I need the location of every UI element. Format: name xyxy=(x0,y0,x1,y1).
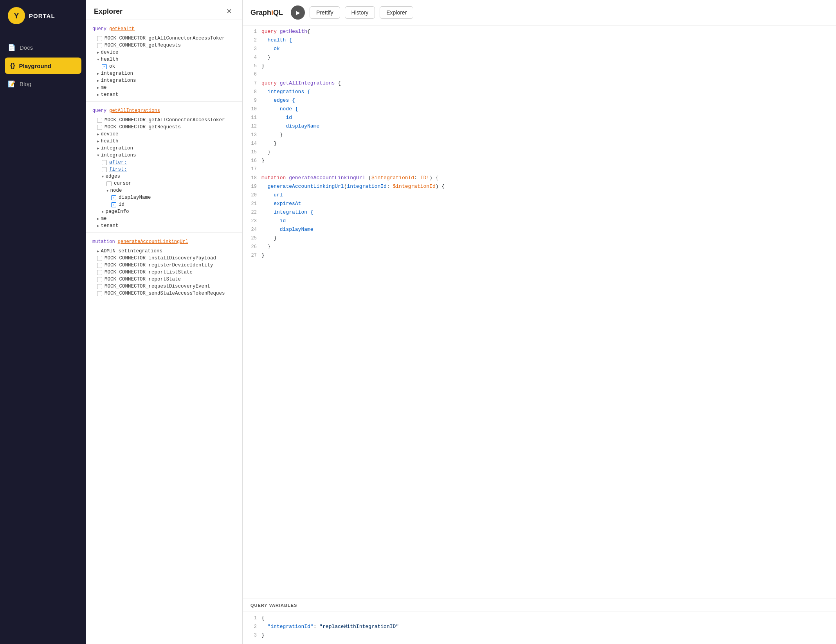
checkbox[interactable] xyxy=(97,118,102,123)
tree-item-admin[interactable]: ADMIN_setIntegrations xyxy=(86,248,242,255)
checkbox-id[interactable]: ✓ xyxy=(111,202,116,207)
tree-item[interactable]: MOCK_CONNECTOR_installDiscoveryPayload xyxy=(86,255,242,262)
graphiql-title: GraphiQL xyxy=(250,9,283,17)
query-keyword: query xyxy=(92,108,106,113)
checkbox[interactable] xyxy=(97,291,102,296)
code-line: 6 xyxy=(243,72,836,80)
tree-item-after[interactable]: after: xyxy=(86,159,242,166)
code-line: 5} xyxy=(243,63,836,72)
sidebar-item-docs[interactable]: 📄 Docs xyxy=(0,39,86,56)
mutation-name: generateAccountLinkingUrl xyxy=(118,239,188,245)
line-content: } xyxy=(261,235,836,241)
checkbox-first[interactable] xyxy=(102,167,107,172)
checkbox[interactable] xyxy=(97,263,102,268)
query-section-getallintegrations: query getAllIntegrations xyxy=(86,105,242,117)
checkbox[interactable] xyxy=(97,277,102,282)
tree-item[interactable]: MOCK_CONNECTOR_getRequests xyxy=(86,42,242,49)
tree-item-me-2[interactable]: me xyxy=(86,215,242,222)
query-keyword: query xyxy=(92,26,106,32)
line-content: edges { xyxy=(261,97,836,103)
query-name-getallintegrations: getAllIntegrations xyxy=(109,108,160,113)
tree-item-device[interactable]: device xyxy=(86,49,242,56)
line-number: 1 xyxy=(243,29,261,34)
tree-item[interactable]: device xyxy=(86,131,242,138)
arrow-icon xyxy=(97,93,99,97)
line-number: 7 xyxy=(243,81,261,86)
tree-item-tenant[interactable]: tenant xyxy=(86,91,242,98)
checkbox-ok[interactable]: ✓ xyxy=(102,64,107,69)
explorer-button[interactable]: Explorer xyxy=(380,6,413,19)
tree-item-integration[interactable]: integration xyxy=(86,70,242,77)
tree-item-displayname[interactable]: ✓ displayName xyxy=(86,194,242,201)
run-button[interactable]: ▶ xyxy=(291,5,305,20)
tree-item[interactable]: health xyxy=(86,138,242,145)
line-content: node { xyxy=(261,106,836,112)
checkbox-mock-connector-requests[interactable] xyxy=(97,43,102,48)
tree-item[interactable]: MOCK_CONNECTOR_reportState xyxy=(86,276,242,283)
line-number: 27 xyxy=(243,253,261,258)
tree-item-edges[interactable]: edges xyxy=(86,173,242,180)
tree-item[interactable]: MOCK_CONNECTOR_getAllConnectorAccessToke… xyxy=(86,35,242,42)
checkbox-displayname[interactable]: ✓ xyxy=(111,195,116,200)
line-number: 13 xyxy=(243,132,261,138)
query-section-gethealth: query getHealth xyxy=(86,23,242,35)
query-label-gethealth[interactable]: query getHealth xyxy=(92,26,236,32)
checkbox-cursor[interactable] xyxy=(106,181,112,186)
line-number: 3 xyxy=(243,633,261,638)
query-label-getallintegrations[interactable]: query getAllIntegrations xyxy=(92,108,236,113)
arrow-icon xyxy=(97,86,99,90)
line-content: ok xyxy=(261,46,836,52)
explorer-close-button[interactable]: ✕ xyxy=(224,6,234,16)
line-number: 12 xyxy=(243,124,261,129)
line-content: } xyxy=(261,252,836,258)
query-label-mutation[interactable]: mutation generateAccountLinkingUrl xyxy=(92,239,236,245)
tree-item[interactable]: integration xyxy=(86,145,242,152)
line-number: 19 xyxy=(243,184,261,189)
sidebar-item-playground[interactable]: {} Playground xyxy=(5,58,81,74)
tree-item-first[interactable]: first: xyxy=(86,166,242,173)
checkbox[interactable] xyxy=(97,270,102,275)
checkbox[interactable] xyxy=(97,256,102,261)
sidebar-nav: 📄 Docs {} Playground 📝 Blog xyxy=(0,31,86,100)
tree-item-pageinfo[interactable]: pageInfo xyxy=(86,208,242,215)
explorer-panel: Explorer ✕ query getHealth MOCK_CONNECTO… xyxy=(86,0,243,644)
line-number: 9 xyxy=(243,98,261,103)
code-line: 12 displayName xyxy=(243,123,836,132)
checkbox-mock-connector-get-all[interactable] xyxy=(97,36,102,41)
tree-item-health[interactable]: health xyxy=(86,56,242,63)
arrow-icon xyxy=(102,210,104,214)
prettify-button[interactable]: Prettify xyxy=(310,6,340,19)
tree-item-ok[interactable]: ✓ ok xyxy=(86,63,242,70)
history-button[interactable]: History xyxy=(345,6,375,19)
checkbox-after[interactable] xyxy=(102,160,107,165)
line-content: expiresAt xyxy=(261,201,836,207)
line-number: 18 xyxy=(243,175,261,181)
checkbox[interactable] xyxy=(97,284,102,289)
tree-item-id[interactable]: ✓ id xyxy=(86,201,242,208)
tree-item-node[interactable]: node xyxy=(86,187,242,194)
tree-item-integrations[interactable]: integrations xyxy=(86,77,242,84)
mutation-keyword: mutation xyxy=(92,239,115,245)
tree-item[interactable]: MOCK_CONNECTOR_registerDeviceIdentity xyxy=(86,262,242,269)
tree-item-integrations-2[interactable]: integrations xyxy=(86,152,242,159)
tree-item-cursor[interactable]: cursor xyxy=(86,180,242,187)
line-number: 2 xyxy=(243,38,261,43)
arrow-icon xyxy=(106,189,108,193)
tree-item-me[interactable]: me xyxy=(86,84,242,91)
query-section-mutation: mutation generateAccountLinkingUrl xyxy=(86,236,242,248)
code-editor[interactable]: 1query getHealth{2 health {3 ok4 }5}67qu… xyxy=(243,25,836,599)
checkbox[interactable] xyxy=(97,125,102,130)
tree-item[interactable]: MOCK_CONNECTOR_reportListState xyxy=(86,269,242,276)
line-number: 11 xyxy=(243,115,261,121)
explorer-title: Explorer xyxy=(94,7,123,16)
tree-item-tenant-2[interactable]: tenant xyxy=(86,222,242,229)
code-line: 22 integration { xyxy=(243,209,836,218)
arrow-icon xyxy=(97,153,99,158)
divider xyxy=(86,232,242,233)
tree-item[interactable]: MOCK_CONNECTOR_requestDiscoveryEvent xyxy=(86,283,242,290)
tree-item[interactable]: MOCK_CONNECTOR_getAllConnectorAccessToke… xyxy=(86,117,242,124)
tree-item[interactable]: MOCK_CONNECTOR_sendStaleAccessTokenReque… xyxy=(86,290,242,297)
tree-item[interactable]: MOCK_CONNECTOR_getRequests xyxy=(86,124,242,131)
sidebar-item-blog[interactable]: 📝 Blog xyxy=(0,76,86,92)
query-name-gethealth: getHealth xyxy=(109,26,135,32)
